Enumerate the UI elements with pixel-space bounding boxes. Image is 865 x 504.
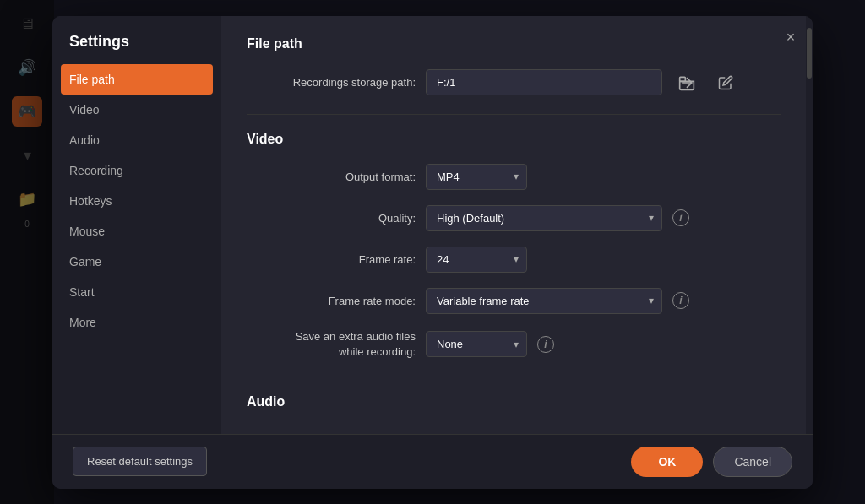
video-section-title: Video bbox=[247, 132, 781, 147]
sidebar-item-audio[interactable]: Audio bbox=[52, 125, 221, 155]
quality-label: Quality: bbox=[247, 212, 416, 225]
output-format-row: Output format: MP4 AVI MOV MKV bbox=[247, 164, 781, 190]
sidebar-item-file-path[interactable]: File path bbox=[61, 64, 213, 95]
frame-rate-wrapper: 24 30 60 120 bbox=[426, 247, 527, 273]
quality-wrapper: Low Medium High (Default) Ultra bbox=[426, 205, 662, 231]
dialog-footer: Reset default settings OK Cancel bbox=[52, 434, 813, 489]
edit-path-button[interactable] bbox=[711, 68, 740, 97]
output-format-label: Output format: bbox=[247, 171, 416, 183]
frame-rate-mode-info-icon[interactable]: i bbox=[672, 292, 689, 309]
frame-rate-mode-select[interactable]: Variable frame rate Constant frame rate bbox=[426, 288, 662, 314]
quality-row: Quality: Low Medium High (Default) Ultra… bbox=[247, 205, 781, 231]
footer-right: OK Cancel bbox=[631, 447, 792, 477]
browse-folder-button[interactable] bbox=[672, 68, 701, 97]
close-button[interactable]: × bbox=[779, 26, 802, 50]
frame-rate-mode-label: Frame rate mode: bbox=[247, 295, 416, 307]
sidebar-item-more[interactable]: More bbox=[52, 307, 221, 338]
section-divider-1 bbox=[247, 114, 781, 115]
sidebar-item-mouse[interactable]: Mouse bbox=[52, 216, 221, 247]
sidebar-item-game[interactable]: Game bbox=[52, 247, 221, 277]
storage-path-label: Recordings storage path: bbox=[247, 76, 416, 89]
file-path-section-title: File path bbox=[247, 36, 781, 51]
dialog-sidebar: Settings File path Video Audio Recording… bbox=[52, 16, 221, 434]
frame-rate-mode-row: Frame rate mode: Variable frame rate Con… bbox=[247, 288, 781, 314]
storage-path-row: Recordings storage path: bbox=[247, 68, 781, 97]
extra-audio-select[interactable]: None MP3 WAV AAC bbox=[426, 331, 527, 357]
scrollbar-track[interactable] bbox=[806, 16, 813, 434]
cancel-button[interactable]: Cancel bbox=[713, 447, 792, 477]
sidebar-item-video[interactable]: Video bbox=[52, 95, 221, 125]
output-format-wrapper: MP4 AVI MOV MKV bbox=[426, 164, 527, 190]
audio-section-title: Audio bbox=[247, 394, 781, 409]
frame-rate-mode-wrapper: Variable frame rate Constant frame rate bbox=[426, 288, 662, 314]
quality-info-icon[interactable]: i bbox=[672, 209, 689, 226]
scrollbar-thumb[interactable] bbox=[807, 28, 812, 79]
sidebar-item-start[interactable]: Start bbox=[52, 277, 221, 307]
dialog-body: Settings File path Video Audio Recording… bbox=[52, 16, 813, 434]
extra-audio-label: Save an extra audio fileswhile recording… bbox=[247, 329, 416, 360]
ok-button[interactable]: OK bbox=[631, 447, 703, 477]
reset-button[interactable]: Reset default settings bbox=[73, 447, 207, 476]
extra-audio-row: Save an extra audio fileswhile recording… bbox=[247, 329, 781, 360]
section-divider-2 bbox=[247, 377, 781, 377]
extra-audio-wrapper: None MP3 WAV AAC bbox=[426, 331, 527, 357]
frame-rate-row: Frame rate: 24 30 60 120 bbox=[247, 247, 781, 273]
dialog-content: File path Recordings storage path: bbox=[221, 16, 806, 434]
extra-audio-info-icon[interactable]: i bbox=[537, 336, 554, 353]
frame-rate-label: Frame rate: bbox=[247, 253, 416, 266]
frame-rate-select[interactable]: 24 30 60 120 bbox=[426, 247, 527, 273]
output-format-select[interactable]: MP4 AVI MOV MKV bbox=[426, 164, 527, 190]
sidebar-item-recording[interactable]: Recording bbox=[52, 155, 221, 186]
dialog-title: Settings bbox=[52, 33, 221, 64]
storage-path-input[interactable] bbox=[426, 69, 662, 95]
overlay: × Settings File path Video Audio Recordi… bbox=[0, 0, 865, 504]
quality-select[interactable]: Low Medium High (Default) Ultra bbox=[426, 205, 662, 231]
settings-dialog: × Settings File path Video Audio Recordi… bbox=[52, 16, 813, 489]
sidebar-item-hotkeys[interactable]: Hotkeys bbox=[52, 186, 221, 216]
